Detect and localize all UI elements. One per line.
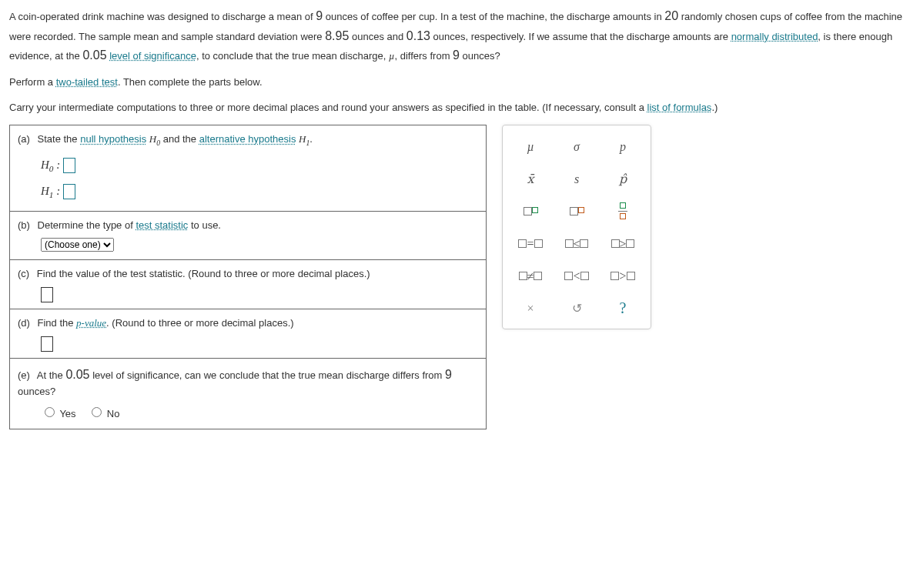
part-d-label: (d)	[18, 317, 30, 329]
h1-sub: 1	[49, 190, 54, 199]
palette-mu[interactable]: µ	[514, 133, 547, 159]
text: .)	[711, 102, 718, 113]
part-b-label: (b)	[18, 219, 30, 231]
value: 9	[453, 48, 460, 62]
yes-text: Yes	[59, 408, 75, 419]
part-d-cell: (d) Find the p-value. (Round to three or…	[10, 309, 487, 358]
palette-subscript[interactable]	[560, 198, 594, 224]
text: ounces?	[460, 50, 500, 62]
part-e-label: (e)	[18, 369, 30, 381]
symbol-palette: µ σ p x̄ s p̂ = ≤ ≥ ≠ < > × ↺ ?	[502, 125, 651, 329]
h0-row: H0 :	[41, 155, 478, 175]
text: At the	[37, 369, 66, 381]
link-two-tailed-test[interactable]: two-tailed test	[56, 76, 118, 88]
p-value-input[interactable]	[41, 336, 53, 352]
h0-sym: H	[41, 159, 49, 171]
link-list-of-formulas[interactable]: list of formulas	[647, 102, 712, 113]
part-e-cell: (e) At the 0.05 level of significance, c…	[10, 358, 487, 429]
value: 8.95	[325, 29, 349, 42]
radio-yes[interactable]	[45, 407, 55, 417]
text: State the	[38, 133, 81, 145]
link-alternative-hypothesis[interactable]: alternative hypothesis	[199, 133, 296, 145]
text: A coin-operated drink machine was design…	[9, 11, 316, 22]
palette-phat[interactable]: p̂	[606, 165, 640, 192]
h0-sub: 0	[156, 139, 160, 147]
test-statistic-select[interactable]: (Choose one)	[41, 238, 114, 252]
radio-no[interactable]	[92, 407, 102, 417]
text: ounces and	[349, 31, 406, 42]
h0-sym: H	[149, 133, 156, 145]
text: to use.	[188, 219, 221, 231]
test-statistic-input[interactable]	[41, 287, 53, 302]
text: Carry your intermediate computations to …	[9, 102, 647, 113]
h1-row: H1 :	[41, 182, 478, 202]
palette-clear[interactable]: ×	[514, 295, 547, 321]
part-c-cell: (c) Find the value of the test statistic…	[10, 260, 487, 309]
problem-paragraph-3: Carry your intermediate computations to …	[9, 100, 911, 116]
text: Perform a	[9, 76, 56, 88]
palette-sigma[interactable]: σ	[560, 133, 594, 159]
h1-sym: H	[41, 185, 49, 197]
link-test-statistic[interactable]: test statistic	[135, 219, 188, 231]
palette-lte[interactable]: ≤	[560, 230, 594, 256]
h0-sub: 0	[49, 164, 54, 173]
h1-input[interactable]	[63, 184, 75, 199]
palette-gt[interactable]: >	[606, 262, 640, 289]
problem-paragraph-2: Perform a two-tailed test. Then complete…	[9, 75, 911, 91]
h0-input[interactable]	[63, 158, 75, 173]
text: Find the value of the test statistic. (R…	[37, 268, 370, 279]
parts-table: (a) State the null hypothesis H0 and the…	[9, 125, 487, 429]
part-c-label: (c)	[18, 268, 29, 279]
palette-superscript[interactable]	[514, 198, 547, 224]
text: level of significance, can we conclude t…	[90, 369, 446, 381]
text: Determine the type of	[38, 219, 136, 231]
text: , differs from	[394, 50, 453, 62]
text: . Then complete the parts below.	[118, 76, 263, 88]
palette-s[interactable]: s	[560, 165, 594, 192]
text: , to conclude that the true mean dischar…	[196, 50, 389, 62]
palette-lt[interactable]: <	[560, 262, 594, 289]
text: ounces of coffee per cup. In a test of t…	[323, 11, 664, 22]
palette-neq[interactable]: ≠	[514, 262, 547, 289]
palette-fraction[interactable]	[606, 198, 640, 224]
link-null-hypothesis[interactable]: null hypothesis	[80, 133, 146, 145]
link-p-value[interactable]: p-value	[76, 317, 106, 329]
palette-gte[interactable]: ≥	[606, 230, 640, 256]
text: .	[309, 133, 313, 145]
palette-help[interactable]: ?	[606, 295, 640, 321]
part-b-cell: (b) Determine the type of test statistic…	[10, 211, 487, 260]
palette-equals[interactable]: =	[514, 230, 547, 256]
palette-p[interactable]: p	[606, 133, 640, 159]
value: 20	[664, 9, 678, 22]
text: and the	[163, 133, 199, 145]
text: ounces?	[18, 386, 55, 397]
part-a-cell: (a) State the null hypothesis H0 and the…	[10, 125, 487, 211]
text: ounces, respectively. If we assume that …	[430, 31, 731, 42]
link-level-of-significance[interactable]: level of significance	[109, 50, 196, 62]
value: 0.13	[406, 29, 430, 42]
part-a-label: (a)	[18, 133, 30, 145]
palette-reset[interactable]: ↺	[560, 295, 594, 321]
no-text: No	[107, 408, 120, 419]
radio-no-label[interactable]: No	[88, 408, 119, 419]
link-normally-distributed[interactable]: normally distributed	[731, 31, 818, 42]
text: Find the	[38, 317, 77, 329]
radio-yes-label[interactable]: Yes	[41, 408, 76, 419]
value: 0.05	[82, 48, 106, 62]
value: 9	[445, 368, 452, 381]
problem-paragraph-1: A coin-operated drink machine was design…	[9, 6, 911, 65]
palette-xbar[interactable]: x̄	[514, 165, 547, 192]
text: . (Round to three or more decimal places…	[106, 317, 294, 329]
value: 0.05	[65, 368, 89, 381]
value: 9	[316, 9, 323, 22]
